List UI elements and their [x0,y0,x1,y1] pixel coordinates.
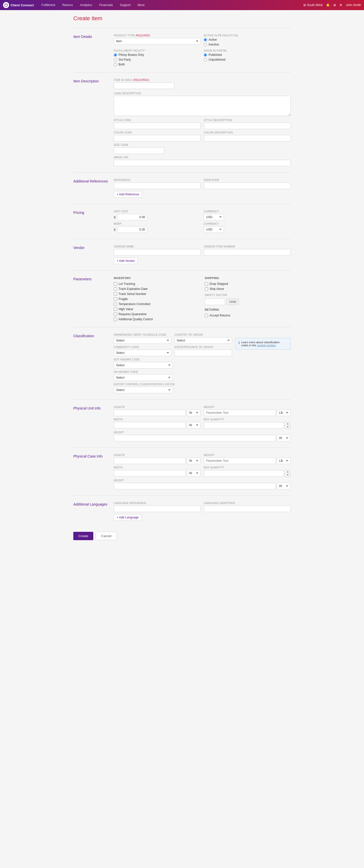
long-description-label: LONG DESCRIPTION [114,92,291,95]
cb-lot-tracking[interactable]: Lot Tracking [114,282,200,286]
cb-ship-alone[interactable]: Ship Alone [205,287,291,291]
pc-length-label: LENGTH [114,454,201,457]
shipping-title: SHIPPING [205,277,291,280]
pc-weight-input[interactable] [204,458,276,464]
cb-additional-quality[interactable]: Additional Quality Control [114,317,200,321]
safety-factor-input[interactable]: 0 [205,299,225,305]
radio-pitney-bowes-only[interactable]: Pitney Bowes Only [114,53,201,57]
dot-hazmat-select[interactable]: Select [114,362,173,369]
hts-label: HARMONIZED TARIFF SCHEDULE CODE [114,333,171,336]
pc-width-unit[interactable]: INCMFT [187,470,201,476]
unit-cost-input[interactable] [117,214,147,220]
add-language-button[interactable]: + Add Language [114,514,142,521]
currency2-select[interactable]: USDEURGBPCAD [204,226,224,233]
pu-box-qty-stepper[interactable]: ▲ ▼ [285,422,291,429]
pc-box-qty-increment[interactable]: ▲ [285,470,291,473]
item-details-content: PRODUCT TYPE required Item ACTIVE IN PB … [114,34,291,66]
style-description-input[interactable] [204,123,291,129]
safety-factor-row: 0 Units [205,299,291,305]
language-identifier-input[interactable] [204,505,291,512]
pc-length-unit[interactable]: INCMFT [187,458,201,464]
style-code-input[interactable] [114,123,201,129]
pu-weight-input[interactable] [204,409,276,416]
identifier-input[interactable] [204,183,291,189]
pu-box-qty-decrement[interactable]: ▼ [285,425,291,429]
radio-published[interactable]: Published [204,53,291,57]
add-reference-button[interactable]: + Add Reference [114,191,142,198]
item-id-input[interactable] [114,83,175,89]
apps-grid[interactable]: ⊞ [333,3,336,7]
language-reference-input[interactable] [114,505,201,512]
pc-weight-unit[interactable]: LBKGOZ [277,458,291,464]
product-type-select[interactable]: Item [114,38,201,44]
settings-gear[interactable]: ⚙ [339,3,342,7]
nav-analytics[interactable]: Analytics [76,0,96,10]
cancel-button[interactable]: Cancel [96,532,117,540]
pc-weight-label: WEIGHT [204,454,291,457]
nav-more[interactable]: More [134,0,148,10]
nav-financials[interactable]: Financials [96,0,116,10]
color-code-input[interactable] [114,135,201,142]
nav-fulfillment[interactable]: Fulfillment [38,0,59,10]
pu-width-input[interactable] [114,422,186,428]
radio-unpublished[interactable]: Unpublished [204,58,291,61]
facility-selector[interactable]: ⊞ South Wind [303,3,323,7]
cb-requires-quarantine[interactable]: Requires Quarantine [114,312,200,316]
pc-box-qty-label: BOX QUANTITY [204,466,291,469]
notifications-bell[interactable]: 🔔 [326,3,330,7]
unit-cost-row: $ [114,214,201,220]
size-code-input[interactable] [114,147,164,154]
pc-box-qty-stepper[interactable]: ▲ ▼ [285,470,291,477]
radio-both[interactable]: Both [114,63,201,66]
msrp-input[interactable] [117,226,147,233]
vendor-name-input[interactable] [114,249,201,255]
cb-drop-shipped[interactable]: Drop Shipped [205,282,291,286]
pu-weight-unit[interactable]: LBKGOZ [277,409,291,416]
user-profile[interactable]: John Smith [346,3,361,7]
radio-third-party[interactable]: 3rd Party [114,58,201,61]
nav-support[interactable]: Support [117,0,134,10]
un-hazmat-select[interactable]: Select [114,374,173,381]
pu-box-qty-input[interactable] [204,422,284,429]
cb-track-serial[interactable]: Track Serial Number [114,292,200,296]
pu-height-unit[interactable]: INCMFT [277,435,291,441]
pu-length-unit[interactable]: INCMFT [187,409,201,416]
pu-height-input[interactable] [114,435,276,441]
country-of-origin-select[interactable]: Select [175,337,232,344]
pu-box-qty-increment[interactable]: ▲ [285,422,291,425]
cb-accept-returns[interactable]: Accept Returns [205,314,291,317]
pc-height-input[interactable] [114,483,276,489]
state-province-input[interactable] [175,349,232,356]
pc-height-unit[interactable]: INCMFT [277,483,291,489]
cb-fragile[interactable]: Fragile [114,297,200,301]
section-additional-references: Additional References REFERENCE IDENTIFI… [73,173,291,204]
color-description-input[interactable] [204,135,291,142]
pc-box-qty-decrement[interactable]: ▼ [285,473,291,477]
eccn-select[interactable]: Select [114,387,173,393]
navbar-brand[interactable]: Client Connect [3,2,34,8]
vendor-item-number-input[interactable] [204,249,291,255]
long-description-textarea[interactable] [114,96,291,116]
cb-temperature-controlled[interactable]: Temperature Controlled [114,302,200,306]
pu-length-input[interactable] [114,409,186,416]
currency-select[interactable]: USDEURGBPCAD [204,214,224,220]
hts-select[interactable]: Select [114,337,171,344]
reference-input[interactable] [114,183,201,189]
pc-length-input[interactable] [114,458,186,464]
section-label-physical-unit: Physical Unit Info [73,406,114,441]
image-url-input[interactable] [114,160,291,166]
nav-returns[interactable]: Returns [59,0,76,10]
cb-track-expiration[interactable]: Track Expiration Date [114,287,200,291]
cb-high-value[interactable]: High Value [114,307,200,311]
pc-box-qty-input[interactable] [204,470,284,477]
pc-width-input[interactable] [114,470,186,476]
classification-support-link[interactable]: support section [257,344,276,347]
add-vendor-button[interactable]: + Add Vendor [114,257,138,264]
additional-languages-content: LANGUAGE REFERENCE LANGUAGE IDENTIFIER +… [114,502,291,521]
radio-inactive[interactable]: Inactive [204,43,291,46]
commodity-code-select[interactable]: Select [114,349,171,356]
pu-width-unit[interactable]: INCMFT [187,422,201,428]
navbar-logo-icon [3,2,9,8]
create-button[interactable]: Create [73,532,93,540]
radio-active[interactable]: Active [204,38,291,41]
